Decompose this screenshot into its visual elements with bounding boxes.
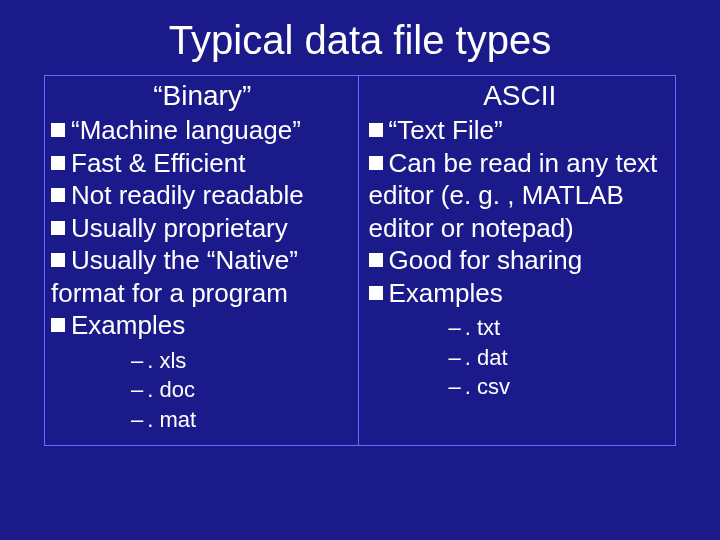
dash-icon: – [131, 407, 143, 432]
dash-icon: – [449, 315, 461, 340]
bullet-icon [51, 318, 65, 332]
dash-icon: – [131, 377, 143, 402]
bullet-text: Usually proprietary [71, 213, 288, 243]
right-subitems: –. txt –. dat –. csv [369, 309, 672, 402]
left-bullets: “Machine language” Fast & Efficient Not … [51, 114, 354, 342]
bullet-icon [369, 156, 383, 170]
bullet-text: Fast & Efficient [71, 148, 245, 178]
dash-icon: – [449, 345, 461, 370]
subitem-text: . dat [465, 345, 508, 370]
subitem-text: . csv [465, 374, 510, 399]
bullet-text: Usually the “Native” format for a progra… [51, 245, 298, 308]
subitem-text: . mat [147, 407, 196, 432]
right-bullets: “Text File” Can be read in any text edit… [369, 114, 672, 309]
subitem-text: . doc [147, 377, 195, 402]
dash-icon: – [131, 348, 143, 373]
subitem-text: . txt [465, 315, 500, 340]
bullet-text: Good for sharing [389, 245, 583, 275]
bullet-icon [51, 123, 65, 137]
bullet-text: Examples [389, 278, 503, 308]
bullet-icon [369, 253, 383, 267]
bullet-text: Examples [71, 310, 185, 340]
bullet-text: Can be read in any text editor (e. g. , … [369, 148, 658, 243]
slide-title: Typical data file types [0, 0, 720, 75]
content-columns: “Binary” “Machine language” Fast & Effic… [0, 75, 720, 446]
subitem-text: . xls [147, 348, 186, 373]
bullet-text: “Machine language” [71, 115, 301, 145]
bullet-icon [369, 286, 383, 300]
bullet-icon [369, 123, 383, 137]
bullet-text: “Text File” [389, 115, 503, 145]
right-heading: ASCII [369, 80, 672, 112]
left-column: “Binary” “Machine language” Fast & Effic… [44, 75, 358, 446]
left-subitems: –. xls –. doc –. mat [51, 342, 354, 435]
bullet-text: Not readily readable [71, 180, 304, 210]
right-column: ASCII “Text File” Can be read in any tex… [358, 75, 677, 446]
bullet-icon [51, 221, 65, 235]
bullet-icon [51, 156, 65, 170]
bullet-icon [51, 188, 65, 202]
dash-icon: – [449, 374, 461, 399]
bullet-icon [51, 253, 65, 267]
left-heading: “Binary” [51, 80, 354, 112]
